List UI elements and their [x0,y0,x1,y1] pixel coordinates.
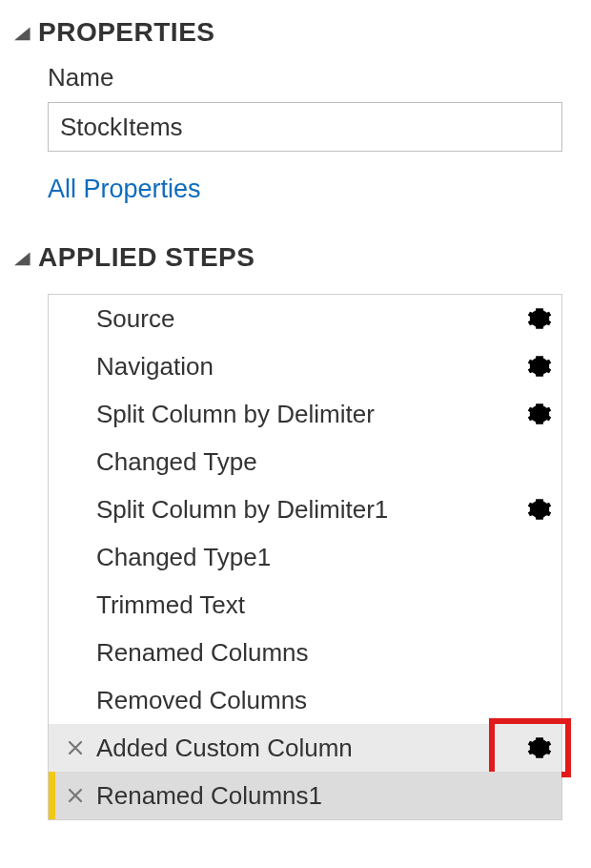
step-label: Renamed Columns1 [96,781,322,811]
gear-icon [527,402,552,426]
step-settings-button[interactable] [525,495,554,524]
query-name-input[interactable] [48,102,562,152]
step-settings-button[interactable] [525,734,554,762]
step-label: Source [96,304,174,334]
applied-step-row[interactable]: Renamed Columns [49,629,561,676]
step-settings-button[interactable] [525,352,554,381]
delete-step-icon[interactable] [66,738,85,757]
step-settings-button[interactable] [525,304,554,333]
step-settings-button[interactable] [525,400,554,428]
applied-step-row[interactable]: Source [49,295,561,342]
step-label: Removed Columns [96,686,307,715]
step-label: Split Column by Delimiter1 [96,495,388,525]
query-settings-panel: ◢ PROPERTIES Name All Properties ◢ APPLI… [0,0,591,836]
applied-steps-list: SourceNavigationSplit Column by Delimite… [48,294,562,820]
gear-icon [527,354,552,379]
collapse-icon: ◢ [14,24,31,41]
applied-step-row[interactable]: Navigation [49,342,561,390]
step-label: Added Custom Column [96,734,353,763]
applied-step-row[interactable]: Changed Type1 [49,533,561,581]
step-label: Split Column by Delimiter [96,400,375,429]
current-step-indicator [49,772,55,819]
applied-steps-section-header[interactable]: ◢ APPLIED STEPS [15,204,576,284]
applied-step-row[interactable]: Changed Type [49,438,561,486]
all-properties-link[interactable]: All Properties [48,175,201,204]
step-label: Changed Type1 [96,543,271,572]
properties-section-header[interactable]: ◢ PROPERTIES [15,11,576,59]
applied-step-row[interactable]: Renamed Columns1 [49,772,561,819]
collapse-icon: ◢ [14,249,31,266]
step-label: Changed Type [96,447,257,477]
applied-step-row[interactable]: Trimmed Text [49,581,561,629]
applied-steps-title: APPLIED STEPS [38,242,255,273]
properties-title: PROPERTIES [38,17,214,48]
step-label: Renamed Columns [96,638,309,668]
gear-icon [527,306,552,331]
applied-step-row[interactable]: Split Column by Delimiter [49,390,561,438]
step-label: Navigation [96,352,214,382]
gear-icon [527,497,552,522]
step-label: Trimmed Text [96,590,245,620]
applied-step-row[interactable]: Added Custom Column [49,724,561,772]
gear-icon [527,735,552,760]
applied-step-row[interactable]: Removed Columns [49,676,561,724]
delete-step-icon[interactable] [66,786,85,805]
name-label: Name [15,59,576,102]
applied-step-row[interactable]: Split Column by Delimiter1 [49,486,561,533]
